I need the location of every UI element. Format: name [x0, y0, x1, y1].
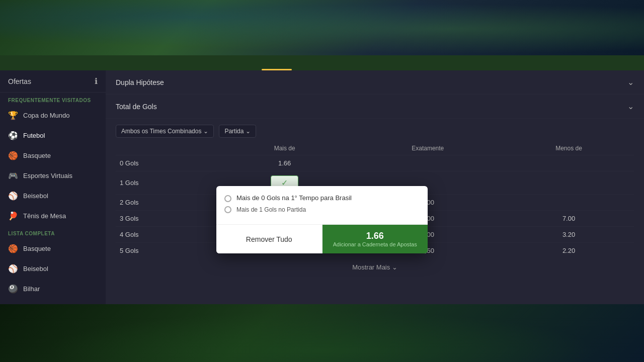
- hero-bottom-banner: [0, 304, 644, 362]
- combined-filter-label: Ambos os Times Combinados: [121, 128, 201, 135]
- sidebar-item-basquete[interactable]: 🏀 Basquete: [0, 145, 106, 165]
- sidebar-item-tenis-de-mesa[interactable]: 🏓 Tênis de Mesa: [0, 206, 106, 226]
- sidebar-item-label: Esportes Virtuais: [23, 172, 72, 179]
- odds-cell[interactable]: 2.20: [504, 243, 634, 259]
- radio-btn-1[interactable]: [224, 195, 231, 202]
- odds-cell-empty: [352, 155, 504, 171]
- sidebar-item-label: Beisebol: [23, 192, 48, 200]
- sidebar-item-label: Basquete: [23, 152, 51, 159]
- row-label: 0 Gols: [116, 155, 217, 171]
- chevron-match-icon: ⌄: [246, 128, 251, 135]
- popup-bet-text-1: Mais de 0 Gols na 1° Tempo para Brasil: [236, 194, 352, 202]
- sidebar-item-futebol[interactable]: ⚽ Futebol: [0, 125, 106, 145]
- section-dupla-title: Dupla Hipótese: [116, 78, 164, 86]
- col-header-label: [116, 142, 217, 155]
- odds-cell[interactable]: 3.20: [504, 227, 634, 243]
- sidebar-item-label: Beisebol: [23, 265, 48, 273]
- row-label: 4 Gols: [116, 227, 217, 243]
- bet-popup-card: Mais de 0 Gols na 1° Tempo para Brasil M…: [216, 186, 428, 253]
- virtual-sports-icon: 🎮: [8, 170, 18, 180]
- popup-bet-item-2: Mais de 1 Gols no Partida: [224, 205, 420, 213]
- section-dupla-hipotese[interactable]: Dupla Hipótese ⌄: [106, 70, 644, 95]
- basketball-icon: 🏀: [8, 150, 18, 160]
- col-header-exatamente: Exatamente: [352, 142, 504, 155]
- popup-add-label: Adicionar a Caderneta de Apostas: [331, 241, 420, 247]
- add-to-betslip-button[interactable]: 1.66 Adicionar a Caderneta de Apostas: [323, 225, 428, 253]
- odds-cell-empty: [504, 171, 634, 195]
- nav-active-indicator: [262, 69, 292, 70]
- sidebar-item-label: Tênis de Mesa: [23, 212, 66, 220]
- baseball-icon-2: ⚾: [8, 263, 18, 274]
- offers-label: Ofertas: [8, 77, 31, 85]
- basketball-icon-2: 🏀: [8, 243, 18, 253]
- sidebar-item-beisebol-full[interactable]: ⚾ Beisebol: [0, 258, 106, 279]
- section-total-title: Total de Gols: [116, 103, 157, 111]
- sidebar-item-copa-do-mundo[interactable]: 🏆 Copa do Mundo: [0, 105, 106, 125]
- hero-top-banner: [0, 0, 644, 58]
- odds-cell[interactable]: 7.00: [504, 211, 634, 227]
- sidebar-offers[interactable]: Ofertas ℹ: [0, 70, 106, 93]
- sidebar-item-label: Basquete: [23, 245, 51, 252]
- odds-cell[interactable]: 1.66: [217, 155, 352, 171]
- top-nav: [0, 55, 644, 70]
- frequently-section-label: FREQUENTEMENTE VISITADOS: [0, 93, 106, 105]
- info-icon: ℹ: [95, 76, 98, 86]
- chevron-down-icon: ⌄: [627, 77, 634, 87]
- sidebar-item-label: Futebol: [23, 132, 45, 139]
- row-label: 5 Gols: [116, 243, 217, 259]
- row-label: 3 Gols: [116, 211, 217, 227]
- remove-all-button[interactable]: Remover Tudo: [216, 225, 323, 253]
- full-list-section-label: LISTA COMPLETA: [0, 226, 106, 238]
- row-label: 1 Gols: [116, 171, 217, 195]
- billiards-icon: 🎱: [8, 284, 18, 294]
- popup-actions: Remover Tudo 1.66 Adicionar a Caderneta …: [216, 224, 428, 253]
- popup-bet-item-1: Mais de 0 Gols na 1° Tempo para Brasil: [224, 194, 420, 202]
- popup-bet-text-2: Mais de 1 Gols no Partida: [236, 206, 306, 213]
- sidebar: Ofertas ℹ FREQUENTEMENTE VISITADOS 🏆 Cop…: [0, 70, 106, 304]
- radio-btn-2[interactable]: [224, 206, 231, 213]
- match-filter-label: Partida: [224, 128, 244, 135]
- row-label: 2 Gols: [116, 195, 217, 211]
- show-more-label: Mostrar Mais: [352, 263, 390, 271]
- baseball-icon: ⚾: [8, 191, 18, 201]
- sidebar-item-beisebol[interactable]: ⚾ Beisebol: [0, 186, 106, 206]
- sidebar-item-label: Bilhar: [23, 285, 40, 293]
- chevron-filter-icon: ⌄: [203, 128, 208, 135]
- section-total-gols[interactable]: Total de Gols ⌄: [106, 95, 644, 119]
- show-more-btn[interactable]: Mostrar Mais ⌄: [116, 258, 634, 276]
- sidebar-item-bilhar[interactable]: 🎱 Bilhar: [0, 279, 106, 299]
- sidebar-item-basquete-full[interactable]: 🏀 Basquete: [0, 238, 106, 258]
- match-filter-btn[interactable]: Partida ⌄: [219, 125, 256, 138]
- table-tennis-icon: 🏓: [8, 211, 18, 221]
- popup-content: Mais de 0 Gols na 1° Tempo para Brasil M…: [216, 186, 428, 224]
- odds-cell-empty: [504, 195, 634, 211]
- soccer-icon: ⚽: [8, 130, 18, 140]
- table-row: 0 Gols 1.66: [116, 155, 634, 171]
- chevron-down-icon-2: ⌄: [627, 102, 634, 111]
- sidebar-item-esportes-virtuais[interactable]: 🎮 Esportes Virtuais: [0, 165, 106, 186]
- table-filters: Ambos os Times Combinados ⌄ Partida ⌄: [116, 119, 634, 142]
- popup-odds-value: 1.66: [331, 231, 420, 241]
- odds-cell-empty: [504, 155, 634, 171]
- combined-filter-btn[interactable]: Ambos os Times Combinados ⌄: [116, 125, 214, 138]
- col-header-menos-de: Menos de: [504, 142, 634, 155]
- sidebar-item-label: Copa do Mundo: [23, 112, 70, 119]
- col-header-mais-de: Mais de: [217, 142, 352, 155]
- trophy-icon: 🏆: [8, 110, 18, 120]
- chevron-show-more-icon: ⌄: [392, 263, 397, 271]
